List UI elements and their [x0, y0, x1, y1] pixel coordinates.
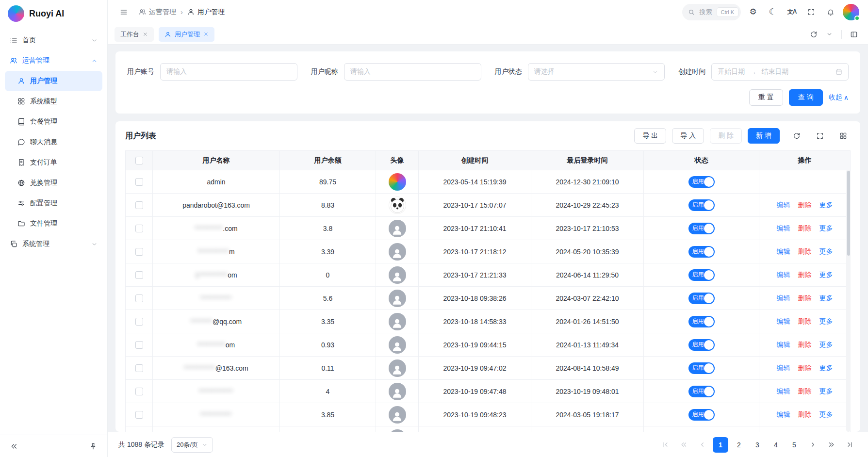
delete-button[interactable]: 删 除	[710, 128, 742, 144]
settings-button[interactable]: ⚙	[746, 5, 760, 19]
import-button[interactable]: 导 入	[672, 128, 704, 144]
sidebar-item-user-management[interactable]: 用户管理	[5, 71, 102, 91]
page-button-3[interactable]: 3	[750, 437, 765, 453]
next-page-button[interactable]	[805, 437, 820, 453]
select-all-checkbox[interactable]	[135, 157, 143, 164]
row-checkbox[interactable]	[135, 178, 143, 186]
export-button[interactable]: 导 出	[634, 128, 666, 144]
edit-link[interactable]: 编辑	[777, 317, 790, 325]
row-checkbox[interactable]	[135, 388, 143, 395]
more-link[interactable]: 更多	[819, 201, 833, 209]
tab-options-button[interactable]	[822, 27, 836, 42]
status-toggle[interactable]: 启用	[688, 316, 715, 327]
row-checkbox[interactable]	[135, 225, 143, 232]
query-button[interactable]: 查 询	[789, 89, 823, 106]
more-link[interactable]: 更多	[819, 317, 833, 325]
delete-link[interactable]: 删除	[798, 294, 812, 302]
account-input[interactable]: 请输入	[160, 63, 297, 81]
edit-link[interactable]: 编辑	[777, 341, 790, 348]
layout-panel-button[interactable]	[847, 27, 861, 42]
more-link[interactable]: 更多	[819, 364, 833, 372]
row-checkbox[interactable]	[135, 411, 143, 419]
hamburger-menu-button[interactable]	[116, 5, 131, 19]
more-link[interactable]: 更多	[819, 224, 833, 232]
delete-link[interactable]: 删除	[798, 410, 812, 418]
sidebar-item-system-model[interactable]: 系统模型	[5, 91, 102, 112]
refresh-table-button[interactable]	[789, 129, 804, 143]
global-search-input[interactable]: 搜索 Ctrl K	[682, 4, 741, 20]
tab-workbench[interactable]: 工作台	[115, 27, 154, 42]
delete-link[interactable]: 删除	[798, 387, 812, 395]
more-link[interactable]: 更多	[819, 341, 833, 348]
row-checkbox[interactable]	[135, 364, 143, 372]
page-button-2[interactable]: 2	[731, 437, 747, 453]
sidebar-item-chat-messages[interactable]: 聊天消息	[5, 132, 102, 152]
delete-link[interactable]: 删除	[798, 201, 812, 209]
scrollbar-thumb[interactable]	[847, 171, 850, 256]
sidebar-item-payment-orders[interactable]: 支付订单	[5, 152, 102, 173]
collapse-filters-link[interactable]: 收起 ∧	[829, 93, 849, 102]
status-toggle[interactable]: 启用	[688, 176, 715, 188]
add-button[interactable]: 新 增	[748, 128, 780, 144]
jump-back-button[interactable]	[676, 437, 691, 453]
page-button-4[interactable]: 4	[768, 437, 784, 453]
edit-link[interactable]: 编辑	[777, 410, 790, 418]
row-checkbox[interactable]	[135, 294, 143, 302]
delete-link[interactable]: 删除	[798, 224, 812, 232]
delete-link[interactable]: 删除	[798, 247, 812, 255]
theme-toggle-button[interactable]: ☾	[765, 5, 780, 19]
pin-sidebar-button[interactable]	[86, 439, 100, 454]
first-page-button[interactable]	[657, 437, 673, 453]
sidebar-item-exchange-management[interactable]: 兑换管理	[5, 173, 102, 193]
row-checkbox[interactable]	[135, 201, 143, 209]
delete-link[interactable]: 删除	[798, 271, 812, 278]
tab-user-management[interactable]: 用户管理	[159, 27, 214, 42]
fullscreen-button[interactable]	[804, 5, 819, 19]
breadcrumb-item-users[interactable]: 用户管理	[187, 8, 225, 16]
status-select[interactable]: 请选择	[528, 63, 665, 81]
edit-link[interactable]: 编辑	[777, 201, 790, 209]
more-link[interactable]: 更多	[819, 410, 833, 418]
close-icon[interactable]	[203, 32, 209, 37]
more-link[interactable]: 更多	[819, 271, 833, 278]
last-page-button[interactable]	[842, 437, 857, 453]
page-button-5[interactable]: 5	[786, 437, 802, 453]
page-size-select[interactable]: 20条/页	[171, 437, 213, 453]
sidebar-item-operations[interactable]: 运营管理	[5, 50, 102, 71]
status-toggle[interactable]: 启用	[688, 386, 715, 397]
status-toggle[interactable]: 启用	[688, 339, 715, 351]
more-link[interactable]: 更多	[819, 294, 833, 302]
page-button-1[interactable]: 1	[713, 437, 728, 453]
status-toggle[interactable]: 启用	[688, 246, 715, 258]
collapse-sidebar-button[interactable]	[7, 439, 21, 454]
refresh-tab-button[interactable]	[806, 27, 821, 42]
date-range-picker[interactable]: 开始日期 → 结束日期	[711, 63, 849, 81]
sidebar-item-system-management[interactable]: 系统管理	[5, 234, 102, 254]
table-scrollbar[interactable]	[846, 170, 851, 432]
status-toggle[interactable]: 启用	[688, 409, 715, 421]
row-checkbox[interactable]	[135, 341, 143, 349]
status-toggle[interactable]: 启用	[688, 269, 715, 281]
delete-link[interactable]: 删除	[798, 364, 812, 372]
edit-link[interactable]: 编辑	[777, 294, 790, 302]
prev-page-button[interactable]	[694, 437, 710, 453]
row-checkbox[interactable]	[135, 318, 143, 326]
column-settings-button[interactable]	[836, 129, 851, 143]
more-link[interactable]: 更多	[819, 387, 833, 395]
status-toggle[interactable]: 启用	[688, 199, 715, 211]
sidebar-item-home[interactable]: 首页	[5, 30, 102, 50]
user-avatar-menu[interactable]	[843, 4, 859, 20]
status-toggle[interactable]: 启用	[688, 223, 715, 234]
breadcrumb-item-operations[interactable]: 运营管理	[139, 8, 176, 16]
delete-link[interactable]: 删除	[798, 341, 812, 348]
jump-forward-button[interactable]	[823, 437, 839, 453]
sidebar-item-config-management[interactable]: 配置管理	[5, 193, 102, 213]
close-icon[interactable]	[143, 32, 148, 37]
edit-link[interactable]: 编辑	[777, 271, 790, 278]
edit-link[interactable]: 编辑	[777, 387, 790, 395]
delete-link[interactable]: 删除	[798, 317, 812, 325]
status-toggle[interactable]: 启用	[688, 362, 715, 374]
sidebar-item-package-management[interactable]: 套餐管理	[5, 112, 102, 132]
nickname-input[interactable]: 请输入	[344, 63, 481, 81]
row-checkbox[interactable]	[135, 248, 143, 256]
